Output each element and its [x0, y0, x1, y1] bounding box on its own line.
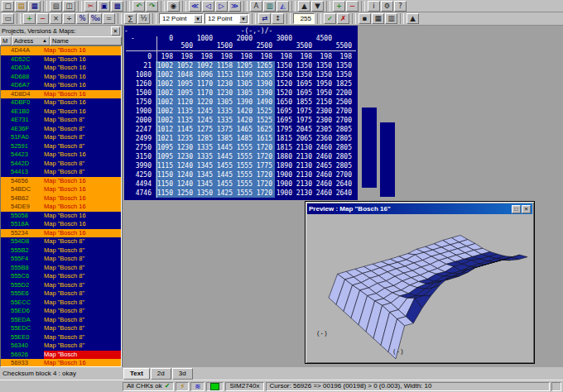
map-cell[interactable]: 2460 — [315, 189, 334, 198]
map-cell[interactable]: 1245 — [195, 107, 215, 116]
op-minus-button[interactable]: − — [36, 13, 49, 24]
op-permille-button[interactable]: ‰ — [89, 13, 102, 24]
map-list-item[interactable]: 55ECCMap "Bosch 8" — [1, 299, 121, 308]
map-cell[interactable]: 1890 — [275, 161, 295, 170]
map-cell[interactable]: 198 — [176, 52, 195, 61]
map-cell[interactable]: 1350 — [195, 189, 215, 198]
map-cell[interactable]: 1425 — [215, 189, 235, 198]
map-cell[interactable]: 1345 — [195, 161, 215, 170]
map-cell[interactable]: 1880 — [275, 152, 295, 161]
map-list-item[interactable]: 5442DMap "Bosch 8" — [1, 160, 121, 169]
paste-button[interactable]: ▩ — [111, 1, 123, 12]
op-plus-button[interactable]: + — [23, 13, 36, 24]
map-cell[interactable]: 2700 — [334, 107, 354, 116]
map-list-item[interactable]: 52591Map "Bosch 8" — [1, 142, 121, 151]
map-cell[interactable]: 198 — [215, 52, 235, 61]
map-cell[interactable]: 1350 — [334, 70, 354, 79]
map-cell[interactable]: 1092 — [195, 61, 215, 70]
map-cell[interactable]: 1555 — [235, 179, 255, 189]
map-cell[interactable]: 1555 — [235, 143, 255, 152]
map-cell[interactable]: 1720 — [255, 170, 275, 179]
view-2d-button[interactable]: ▥ — [263, 1, 276, 12]
view-3d-button[interactable]: ◭ — [277, 1, 289, 12]
next-map-button[interactable]: ▷ — [215, 1, 228, 12]
print-preview-button[interactable]: ◫ — [63, 1, 75, 12]
settings-button[interactable]: ⚙ — [381, 1, 393, 12]
op-multiply-button[interactable]: × — [50, 13, 62, 24]
map-list-item[interactable]: 555E6Map "Bosch 8" — [1, 289, 121, 299]
map-cell[interactable]: 198 — [156, 52, 176, 61]
map-cell[interactable]: 2805 — [334, 143, 354, 152]
map-list-item[interactable]: 55EDAMap "Bosch 8" — [1, 316, 121, 325]
map-cell[interactable]: 1950 — [315, 88, 334, 98]
map-cell[interactable]: 1525 — [255, 116, 275, 125]
map-cell[interactable]: 198 — [275, 52, 295, 61]
map-cell[interactable]: 1615 — [255, 134, 275, 143]
last-map-button[interactable]: ≫ — [229, 1, 241, 12]
map-cell[interactable]: 2130 — [295, 161, 315, 170]
op-divide-button[interactable]: ÷ — [63, 13, 75, 24]
point-size-1-combo[interactable]: 12 Point▼ — [159, 13, 204, 24]
map-cell[interactable]: 1095 — [156, 143, 176, 152]
map-list-item[interactable]: 555C6Map "Bosch 8" — [1, 272, 121, 281]
open-button[interactable]: ▤ — [15, 1, 27, 12]
column-header-m[interactable]: M — [0, 36, 12, 45]
map-list-item[interactable]: 56933Map "Bosch 16 — [1, 359, 121, 367]
copy-button[interactable]: ▣ — [98, 1, 110, 12]
add-map-button[interactable]: + — [333, 1, 345, 12]
map-cell[interactable]: 1245 — [195, 116, 215, 125]
map-cell[interactable]: 1220 — [195, 98, 215, 107]
first-map-button[interactable]: ≪ — [189, 1, 201, 12]
map-cell[interactable]: 1335 — [215, 107, 235, 116]
sum-button[interactable]: ∑ — [124, 13, 137, 24]
preview-title-bar[interactable]: Preview : Map "Bosch 16" □ ✕ — [307, 203, 532, 214]
op-percent-button[interactable]: % — [76, 13, 89, 24]
map-cell[interactable]: 1465 — [235, 125, 255, 134]
map-list-item[interactable]: 4D44AMap "Bosch 16 — [1, 46, 121, 55]
map-list-item[interactable]: 55EDCMap "Bosch 8" — [1, 324, 121, 333]
map-cell[interactable]: 1950 — [315, 79, 334, 88]
map-cell[interactable]: 1150 — [156, 170, 176, 179]
map-cell[interactable]: 2805 — [334, 134, 354, 143]
map-list-item[interactable]: 4D52CMap "Bosch 16 — [1, 55, 121, 65]
map-cell[interactable]: 1815 — [275, 143, 295, 152]
map-list-item[interactable]: 554D8Map "Bosch 8" — [1, 237, 121, 246]
map-cell[interactable]: 1021 — [156, 134, 176, 143]
preview-3d-plot[interactable]: ( - ) ( - ) — [307, 215, 532, 361]
map-cell[interactable]: 1285 — [195, 134, 215, 143]
map-cell[interactable]: 1135 — [176, 107, 195, 116]
map-cell[interactable]: 2460 — [315, 170, 334, 179]
column-header-name[interactable]: Name — [50, 36, 122, 45]
map-cell[interactable]: 198 — [255, 52, 275, 61]
map-list-item[interactable]: 5518AMap "Bosch 16 — [1, 220, 121, 229]
map-cell[interactable]: 2130 — [295, 179, 315, 189]
tab-3d[interactable]: 3d — [172, 368, 193, 380]
grid-button[interactable]: ▦ — [372, 13, 384, 24]
map-cell[interactable]: 198 — [235, 52, 255, 61]
apply-button[interactable]: ✓ — [324, 13, 336, 24]
map-cell[interactable]: 2460 — [315, 179, 334, 189]
half-button[interactable]: ½ — [137, 13, 150, 24]
map-cell[interactable]: 1350 — [334, 61, 354, 70]
map-cell[interactable]: 1900 — [275, 170, 295, 179]
map-cell[interactable]: 1145 — [176, 125, 195, 134]
map-list-item[interactable]: 55058Map "Bosch 16 — [1, 212, 121, 221]
map-cell[interactable]: 1120 — [176, 98, 195, 107]
map-cell[interactable]: 1695 — [295, 79, 315, 88]
map-cell[interactable]: 1002 — [156, 70, 176, 79]
map-list-item[interactable]: 51FA0Map "Bosch 8" — [1, 133, 121, 142]
tab-2d[interactable]: 2d — [151, 368, 171, 380]
map-cell[interactable]: 1775 — [255, 161, 275, 170]
undo-button[interactable]: ↶ — [132, 1, 145, 12]
op-equal-button[interactable]: = — [103, 13, 115, 24]
cancel-button[interactable]: ✗ — [337, 13, 349, 24]
map-cell[interactable]: 1052 — [176, 61, 195, 70]
close-icon[interactable]: ✕ — [522, 205, 531, 213]
map-cell[interactable]: 1305 — [235, 79, 255, 88]
map-cell[interactable]: 1095 — [156, 152, 176, 161]
map-list-item[interactable]: 56340Map "Bosch 8" — [1, 342, 121, 351]
map-cell[interactable]: 1275 — [195, 125, 215, 134]
map-cell[interactable]: 2200 — [334, 88, 354, 98]
map-cell[interactable]: 2460 — [315, 143, 334, 152]
map-list-item[interactable]: 54413Map "Bosch 8" — [1, 168, 121, 177]
